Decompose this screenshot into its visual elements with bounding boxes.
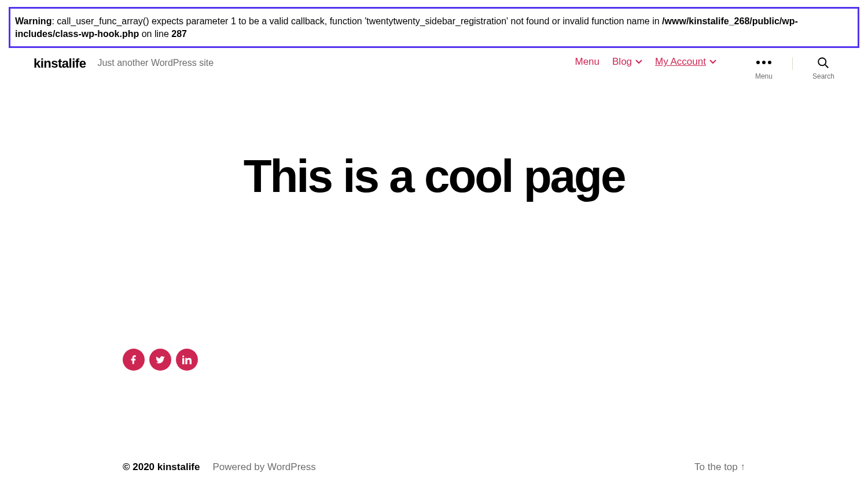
- menu-toggle-label: Menu: [755, 72, 773, 80]
- nav-menu-label: Menu: [575, 56, 600, 68]
- warning-line-number: 287: [171, 29, 187, 39]
- search-toggle-label: Search: [812, 72, 834, 80]
- nav-blog-label: Blog: [612, 56, 632, 68]
- nav-blog[interactable]: Blog: [612, 56, 642, 68]
- to-top-button[interactable]: To the top ↑: [694, 461, 745, 473]
- warning-message: : call_user_func_array() expects paramet…: [52, 16, 662, 26]
- linkedin-icon: [182, 355, 192, 364]
- svg-point-0: [819, 58, 826, 65]
- footer-powered[interactable]: Powered by WordPress: [213, 461, 316, 473]
- footer-copyright: © 2020 kinstalife: [123, 461, 200, 473]
- site-footer: © 2020 kinstalife Powered by WordPress T…: [0, 461, 868, 473]
- social-facebook[interactable]: [123, 349, 145, 371]
- search-toggle-button[interactable]: Search: [812, 56, 834, 80]
- nav-my-account[interactable]: My Account: [655, 56, 716, 68]
- warning-label: Warning: [15, 16, 52, 26]
- chevron-down-icon: [635, 60, 642, 64]
- facebook-icon: [128, 354, 139, 365]
- site-tagline: Just another WordPress site: [97, 58, 214, 68]
- warning-on-line: on line: [139, 29, 171, 39]
- nav-my-account-label: My Account: [655, 56, 706, 68]
- site-title[interactable]: kinstalife: [34, 56, 86, 71]
- dots-icon: [756, 56, 771, 69]
- site-header: kinstalife Just another WordPress site M…: [0, 48, 868, 80]
- social-links: [123, 349, 868, 371]
- to-top-label: To the top ↑: [694, 461, 745, 473]
- social-twitter[interactable]: [149, 349, 171, 371]
- chevron-down-icon: [709, 60, 716, 64]
- twitter-icon: [155, 354, 165, 365]
- svg-line-1: [825, 65, 828, 68]
- menu-toggle-button[interactable]: Menu: [755, 56, 773, 80]
- search-icon: [817, 57, 829, 69]
- primary-nav: Menu Blog My Account Menu: [575, 56, 835, 80]
- php-warning-banner: Warning: call_user_func_array() expects …: [9, 7, 859, 48]
- nav-divider: [792, 57, 793, 70]
- social-linkedin[interactable]: [176, 349, 198, 371]
- page-title: This is a cool page: [0, 150, 868, 203]
- nav-menu[interactable]: Menu: [575, 56, 600, 68]
- nav-right: Menu Search: [755, 56, 834, 80]
